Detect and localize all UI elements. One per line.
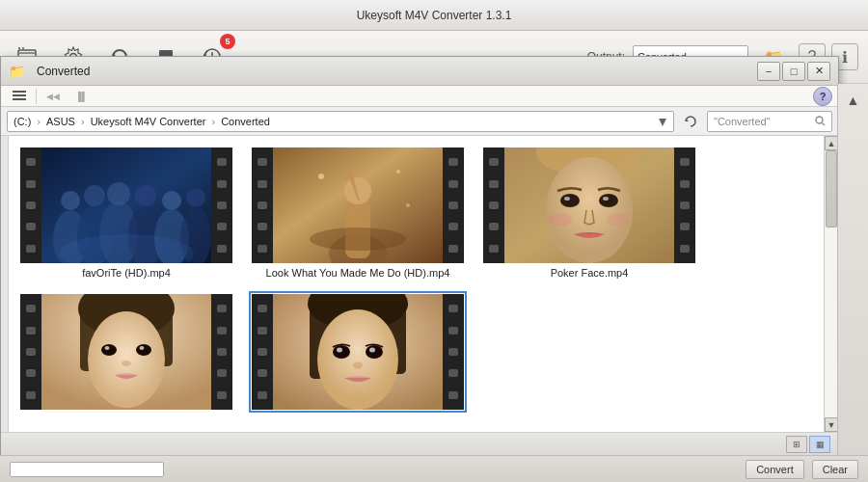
maximize-button[interactable]: □ — [782, 62, 805, 81]
title-bar: Ukeysoft M4V Converter 1.3.1 — [0, 0, 868, 31]
scroll-thumb[interactable] — [826, 150, 837, 228]
video-label-favorite: favOriTe (HD).mp4 — [82, 267, 171, 279]
window-titlebar: 📁 Converted − □ ✕ — [1, 57, 838, 86]
maximize-icon: □ — [791, 66, 798, 77]
scroll-track[interactable] — [825, 150, 839, 417]
file-content: favOriTe (HD).mp4 — [1, 136, 838, 432]
scroll-down-icon: ▼ — [827, 420, 836, 430]
filmstrip-poker — [483, 147, 695, 263]
info-icon: ℹ — [842, 48, 848, 67]
svg-point-67 — [337, 348, 342, 353]
film-left — [252, 147, 273, 263]
ribbon-menu-item[interactable] — [7, 89, 32, 104]
svg-point-64 — [317, 309, 398, 410]
svg-point-24 — [107, 182, 130, 205]
close-button[interactable]: ✕ — [807, 62, 830, 81]
film-right — [443, 147, 464, 263]
search-box[interactable]: "Converted" — [707, 111, 832, 132]
svg-point-54 — [88, 311, 165, 408]
svg-point-59 — [122, 361, 131, 366]
scene-svg-favorite — [41, 147, 211, 263]
filmstrip-tswift — [252, 147, 464, 263]
svg-rect-11 — [13, 91, 26, 93]
svg-rect-12 — [13, 94, 26, 96]
window-statusbar: ⊞ ▦ — [1, 432, 838, 455]
film-left — [252, 294, 273, 410]
app-right-panel: ▲ ▼ — [837, 84, 868, 482]
svg-point-16 — [816, 117, 823, 123]
film-image-ayumi1 — [41, 294, 211, 410]
film-hole — [26, 245, 36, 253]
thumb-ayumi1 — [20, 294, 232, 410]
video-item-poker[interactable]: Poker Face.mp4 — [483, 147, 695, 279]
svg-point-37 — [318, 174, 324, 179]
refresh-path-icon — [684, 115, 697, 128]
svg-point-45 — [599, 194, 618, 207]
refresh-path-button[interactable] — [680, 111, 701, 132]
convert-button[interactable]: Convert — [746, 460, 804, 479]
path-segment-app: Ukeysoft M4V Converter — [91, 116, 206, 127]
history-badge: 5 — [220, 34, 235, 49]
file-grid: favOriTe (HD).mp4 — [9, 136, 824, 432]
view-grid-button[interactable]: ⊞ — [786, 436, 807, 453]
film-hole — [26, 223, 36, 230]
address-bar: (C:) › ASUS › Ukeysoft M4V Converter › C… — [1, 107, 838, 136]
svg-point-26 — [135, 185, 156, 206]
svg-point-44 — [560, 194, 580, 207]
video-item-tswift[interactable]: Look What You Made Me Do (HD).mp4 — [252, 147, 464, 279]
path-segment-folder: Converted — [221, 116, 270, 127]
svg-point-48 — [549, 213, 572, 227]
close-icon: ✕ — [815, 65, 824, 77]
clear-button[interactable]: Clear — [812, 460, 858, 479]
filmstrip-ayumi1 — [20, 294, 232, 410]
panel-scroll-up[interactable]: ▲ — [841, 88, 866, 113]
window-help-button[interactable]: ? — [813, 87, 832, 106]
svg-point-39 — [406, 203, 410, 207]
video-item-favorite[interactable]: favOriTe (HD).mp4 — [20, 147, 232, 279]
scroll-up-button[interactable]: ▲ — [825, 136, 839, 150]
scene-svg-poker — [504, 147, 674, 263]
bottom-bar: Convert Clear — [0, 455, 868, 482]
svg-point-69 — [353, 362, 363, 369]
film-hole — [217, 180, 227, 188]
thumb-favorite — [20, 147, 232, 263]
scroll-up-icon: ▲ — [827, 139, 836, 148]
view-toggle: ⊞ ▦ — [786, 436, 830, 453]
address-path: (C:) › ASUS › Ukeysoft M4V Converter › C… — [7, 111, 674, 132]
svg-point-66 — [366, 345, 383, 359]
app-title: Ukeysoft M4V Converter 1.3.1 — [357, 9, 512, 22]
film-left — [20, 147, 41, 263]
bottom-buttons — [10, 462, 164, 477]
help-circle-icon: ? — [820, 91, 827, 102]
thumb-ayumi2 — [252, 294, 464, 410]
scroll-down-button[interactable]: ▼ — [825, 417, 839, 432]
video-item-ayumi1[interactable] — [20, 294, 232, 414]
svg-point-36 — [310, 228, 406, 251]
film-right — [211, 147, 232, 263]
view-list-button[interactable]: ▦ — [809, 436, 830, 453]
svg-point-28 — [162, 191, 181, 210]
svg-rect-13 — [13, 98, 26, 100]
minimize-button[interactable]: − — [757, 62, 780, 81]
scene-svg-ayumi1 — [41, 294, 211, 410]
video-item-ayumi2[interactable] — [252, 294, 464, 414]
film-right — [211, 294, 232, 410]
film-left — [20, 294, 41, 410]
filmstrip-ayumi2 — [252, 294, 464, 410]
svg-point-57 — [105, 346, 110, 350]
thumb-poker — [483, 147, 695, 263]
svg-point-65 — [333, 345, 350, 359]
film-right — [674, 147, 695, 263]
file-row-1: favOriTe (HD).mp4 — [20, 147, 812, 279]
svg-point-68 — [369, 348, 375, 353]
minimize-icon: − — [766, 66, 772, 77]
scene-svg-ayumi2 — [273, 294, 443, 410]
progress-bar — [10, 462, 164, 477]
svg-point-22 — [84, 185, 105, 206]
film-image-poker — [504, 147, 674, 263]
film-image-ayumi2 — [273, 294, 443, 410]
film-hole — [26, 158, 36, 166]
film-hole — [26, 201, 36, 209]
svg-point-49 — [607, 213, 630, 227]
hamburger-icon — [13, 90, 26, 101]
